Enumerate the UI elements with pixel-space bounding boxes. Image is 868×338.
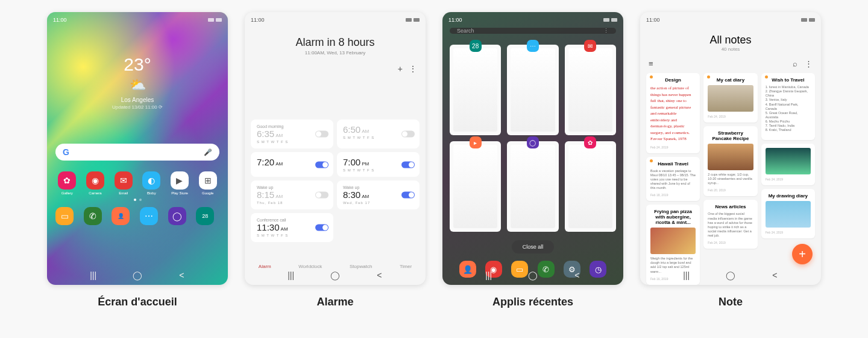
- recent-app-messages[interactable]: ⋯: [507, 45, 558, 135]
- search-icon[interactable]: ⌕: [793, 59, 797, 68]
- alarm-toggle[interactable]: [315, 161, 329, 168]
- alarm-card[interactable]: 6:50AMS M T W T F S: [337, 120, 420, 148]
- notes-screen: 11:00 All notes 40 notes ≡ ⌕⋮ Designthe …: [640, 12, 821, 285]
- note-card[interactable]: My cat diaryFeb 24, 2019: [703, 73, 757, 123]
- dock-files[interactable]: ▭: [55, 207, 74, 225]
- home-screen: 11:00 23° ⛅ Los Angeles Updated 13/02 11…: [47, 12, 228, 285]
- dock-phone[interactable]: ✆: [84, 207, 102, 225]
- weather-widget[interactable]: 23° ⛅ Los Angeles Updated 13/02 11:00 ⟳: [47, 54, 228, 110]
- nav-recents[interactable]: |||: [484, 270, 494, 280]
- more-icon[interactable]: ⋮: [805, 59, 813, 68]
- note-card[interactable]: Hawaii TravelBook a vacation package to …: [646, 157, 700, 202]
- nav-home[interactable]: ◯: [133, 270, 142, 280]
- google-icon: G: [63, 147, 69, 157]
- close-all-button[interactable]: Close all: [512, 240, 555, 253]
- add-note-fab[interactable]: +: [792, 244, 813, 264]
- menu-icon[interactable]: ≡: [649, 59, 653, 68]
- alarm-toggle[interactable]: [315, 225, 329, 231]
- alarm-toggle[interactable]: [315, 192, 329, 199]
- note-card[interactable]: Strawberry Pancake Recipe2 cups white su…: [703, 126, 757, 196]
- status-icons: [208, 18, 222, 22]
- alarm-toggle[interactable]: [401, 131, 415, 138]
- weather-icon: ⛅: [47, 77, 228, 93]
- google-search[interactable]: G 🎤: [55, 144, 219, 161]
- dock-contacts[interactable]: 👤: [112, 207, 130, 225]
- alarm-card[interactable]: Wake up8:30AMWed, Feb 17: [337, 180, 420, 209]
- alarm-screen: 11:00 Alarm in 8 hours 11:00AM, Wed, 13 …: [245, 12, 426, 285]
- nav-home[interactable]: ◯: [528, 270, 538, 280]
- caption: Écran d'accueil: [98, 296, 177, 308]
- pin-icon: [650, 75, 653, 78]
- alarm-toggle[interactable]: [315, 131, 329, 138]
- alarm-card[interactable]: 7:00PMS M T W T F S: [337, 152, 420, 177]
- recent-app-email[interactable]: ✉: [565, 45, 616, 135]
- tab-alarm[interactable]: Alarm: [259, 264, 271, 269]
- recent-app-music[interactable]: ▸: [450, 141, 501, 232]
- tab-worldclock[interactable]: Worldclock: [298, 264, 322, 269]
- more-icon[interactable]: ⋮: [603, 28, 609, 34]
- note-card[interactable]: My drawing diaryFeb 24, 2019: [761, 189, 815, 238]
- nav-back[interactable]: <: [770, 270, 779, 280]
- note-card[interactable]: Designthe action of picture of things ha…: [646, 73, 700, 153]
- nav-home[interactable]: ◯: [726, 270, 735, 280]
- recent-app-gallery[interactable]: ✿: [565, 141, 616, 232]
- dock-messages[interactable]: ⋯: [140, 207, 158, 225]
- alarm-toggle[interactable]: [401, 192, 415, 199]
- pin-icon: [650, 159, 653, 162]
- nav-recents[interactable]: |||: [286, 270, 296, 280]
- app-camera[interactable]: ◉Camera: [84, 171, 107, 195]
- note-card[interactable]: Wish to Travel1. forest in Manitoba, Can…: [761, 73, 815, 140]
- nav-recents[interactable]: |||: [89, 270, 98, 280]
- alarm-subtitle: 11:00AM, Wed, 13 February: [245, 50, 426, 56]
- mic-icon: 🎤: [204, 148, 212, 156]
- alarm-card[interactable]: Good morning6:35AMS M T W T F S: [251, 120, 333, 148]
- more-icon[interactable]: ⋮: [409, 64, 417, 74]
- tab-stopwatch[interactable]: Stopwatch: [350, 264, 372, 269]
- nav-recents[interactable]: |||: [682, 270, 691, 280]
- app-gallery[interactable]: ✿Gallery: [55, 171, 79, 195]
- note-card[interactable]: Feb 24, 2019: [761, 144, 815, 185]
- alarm-card[interactable]: Wake up8:15AMThu, Feb 18: [251, 180, 333, 209]
- nav-back[interactable]: <: [177, 270, 186, 280]
- nav-back[interactable]: <: [572, 270, 582, 280]
- app-google[interactable]: ⊞Google: [196, 171, 219, 195]
- add-alarm-button[interactable]: +: [398, 64, 403, 74]
- dock-calendar[interactable]: 28: [196, 207, 214, 225]
- alarm-title: Alarm in 8 hours: [245, 36, 426, 49]
- recents-screen: 11:00 Search⋮ 28⋯✉▸◯✿ Close all 👤◉▭✆⚙◷ |…: [442, 12, 623, 285]
- notes-title: All notes: [640, 34, 821, 46]
- pin-icon: [765, 75, 768, 78]
- dock-internet[interactable]: ◯: [168, 207, 186, 225]
- app-play store[interactable]: ▶Play Store: [168, 171, 192, 195]
- alarm-card[interactable]: Conference call11:30AMS M T W T F S: [251, 213, 333, 242]
- recent-app-internet[interactable]: ◯: [507, 141, 558, 232]
- nav-home[interactable]: ◯: [330, 270, 340, 280]
- status-time: 11:00: [53, 17, 67, 23]
- app-bixby[interactable]: ◐Bixby: [140, 171, 163, 195]
- note-card[interactable]: News articlesOne of the biggest social m…: [703, 200, 757, 249]
- nav-back[interactable]: <: [374, 270, 384, 280]
- notes-count: 40 notes: [640, 46, 821, 52]
- tab-timer[interactable]: Timer: [400, 264, 412, 269]
- alarm-card[interactable]: 7:20AM: [251, 152, 333, 177]
- recent-app-calendar[interactable]: 28: [450, 45, 501, 135]
- alarm-toggle[interactable]: [401, 161, 415, 168]
- app-email[interactable]: ✉Email: [112, 171, 135, 195]
- recents-search[interactable]: Search⋮: [450, 28, 616, 34]
